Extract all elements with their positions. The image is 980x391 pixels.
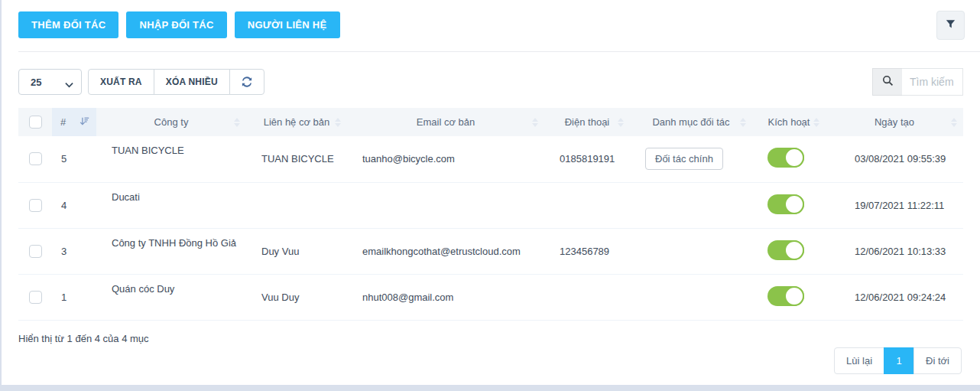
category-cell (630, 274, 752, 320)
refresh-button[interactable] (229, 69, 264, 95)
results-summary: Hiển thị từ 1 đến 4 của 4 mục (18, 333, 963, 344)
row-checkbox[interactable] (29, 152, 42, 165)
sort-icon (335, 118, 341, 127)
page-size-value: 25 (31, 77, 41, 88)
active-toggle[interactable] (767, 194, 804, 214)
active-cell (752, 136, 826, 182)
active-cell (752, 182, 826, 228)
company-cell: Ducati (96, 182, 246, 228)
row-id: 3 (52, 228, 96, 274)
select-all-checkbox-cell (18, 108, 52, 136)
search-box (872, 68, 963, 96)
created-cell: 19/07/2021 11:22:11 (826, 182, 963, 228)
header-company[interactable]: Công ty (96, 108, 246, 136)
phone-cell: 0185819191 (544, 136, 630, 182)
phone-cell: 123456789 (544, 228, 630, 274)
sort-icon (532, 118, 538, 127)
select-all-checkbox[interactable] (29, 116, 42, 129)
active-toggle[interactable] (767, 148, 804, 168)
category-cell (630, 182, 752, 228)
company-cell: TUAN BICYCLE (96, 136, 246, 182)
add-partner-button[interactable]: THÊM ĐỐI TÁC (18, 11, 118, 38)
email-cell (347, 182, 544, 228)
phone-cell (544, 182, 630, 228)
category-cell: Đối tác chính (630, 136, 752, 182)
search-input[interactable] (902, 68, 963, 96)
email-cell: nhut008@gmail.com (347, 274, 544, 320)
active-toggle[interactable] (767, 240, 804, 260)
header-active[interactable]: Kích hoạt (752, 108, 826, 136)
created-cell: 12/06/2021 10:13:33 (826, 228, 963, 274)
row-id: 5 (52, 136, 96, 182)
table-row[interactable]: 1 Quán cóc Duy Vuu Duy nhut008@gmail.com… (18, 274, 963, 320)
page-1-button[interactable]: 1 (884, 347, 914, 374)
row-id: 4 (52, 182, 96, 228)
filter-button[interactable] (936, 11, 965, 40)
header-num[interactable]: # (52, 108, 96, 136)
contact-cell (246, 182, 347, 228)
sort-icon (740, 118, 746, 127)
export-button[interactable]: XUẤT RA (88, 69, 154, 95)
row-checkbox[interactable] (29, 291, 42, 304)
row-checkbox[interactable] (29, 199, 42, 212)
row-checkbox[interactable] (29, 245, 42, 258)
row-id: 1 (52, 274, 96, 320)
search-button[interactable] (872, 68, 902, 96)
bulk-actions-group: XUẤT RA XÓA NHIỀU (88, 69, 264, 95)
header-contact[interactable]: Liên hệ cơ bản (246, 108, 347, 136)
header-email[interactable]: Email cơ bản (347, 108, 544, 136)
category-cell (630, 228, 752, 274)
sort-icon (813, 118, 819, 127)
created-cell: 03/08/2021 09:55:39 (826, 136, 963, 182)
active-toggle[interactable] (767, 286, 804, 306)
partners-panel: THÊM ĐỐI TÁC NHẬP ĐỐI TÁC NGƯỜI LIÊN HỆ … (2, 0, 980, 385)
page-size-select[interactable]: 25 (18, 69, 82, 95)
sort-desc-icon (80, 116, 89, 129)
sort-icon (618, 118, 624, 127)
header-created[interactable]: Ngày tạo (826, 108, 963, 136)
company-cell: Quán cóc Duy (96, 274, 246, 320)
sort-icon (951, 118, 957, 127)
table-row[interactable]: 3 Công ty TNHH Đồng Hồ Giả Duy Vuu email… (18, 228, 963, 274)
sort-icon (234, 118, 240, 127)
category-badge: Đối tác chính (645, 148, 723, 170)
table-row[interactable]: 5 TUAN BICYCLE TUAN BICYCLE tuanho@bicyc… (18, 136, 963, 182)
prev-page-button[interactable]: Lùi lại (834, 347, 884, 374)
chevron-down-icon (65, 79, 73, 90)
contact-cell: TUAN BICYCLE (246, 136, 347, 182)
filter-funnel-icon (946, 18, 956, 32)
toolbar-divider (18, 51, 980, 52)
contact-cell: Duy Vuu (246, 228, 347, 274)
company-cell: Công ty TNHH Đồng Hồ Giả (96, 228, 246, 274)
created-cell: 12/06/2021 09:24:24 (826, 274, 963, 320)
header-phone[interactable]: Điện thoại (544, 108, 630, 136)
delete-many-button[interactable]: XÓA NHIỀU (154, 69, 230, 95)
email-cell: tuanho@bicycle.com (347, 136, 544, 182)
import-partner-button[interactable]: NHẬP ĐỐI TÁC (126, 11, 226, 38)
contact-cell: Vuu Duy (246, 274, 347, 320)
next-page-button[interactable]: Đi tới (913, 347, 962, 374)
table-header-row: # Công ty Liên hệ cơ bản Email cơ bản Đi… (18, 108, 963, 136)
active-cell (752, 228, 826, 274)
header-category[interactable]: Danh mục đối tác (630, 108, 752, 136)
active-cell (752, 274, 826, 320)
contacts-button[interactable]: NGƯỜI LIÊN HỆ (235, 11, 340, 38)
refresh-icon (242, 77, 252, 87)
pagination: Lùi lại 1 Đi tới (18, 347, 963, 374)
top-toolbar: THÊM ĐỐI TÁC NHẬP ĐỐI TÁC NGƯỜI LIÊN HỆ (18, 11, 963, 38)
search-icon (882, 75, 894, 90)
email-cell: emailkhongcothat@etrustcloud.com (347, 228, 544, 274)
phone-cell (544, 274, 630, 320)
controls-row: 25 XUẤT RA XÓA NHIỀU (18, 68, 963, 96)
partners-table: # Công ty Liên hệ cơ bản Email cơ bản Đi… (18, 108, 963, 321)
table-row[interactable]: 4 Ducati 19/07/2021 11:22:11 (18, 182, 963, 228)
